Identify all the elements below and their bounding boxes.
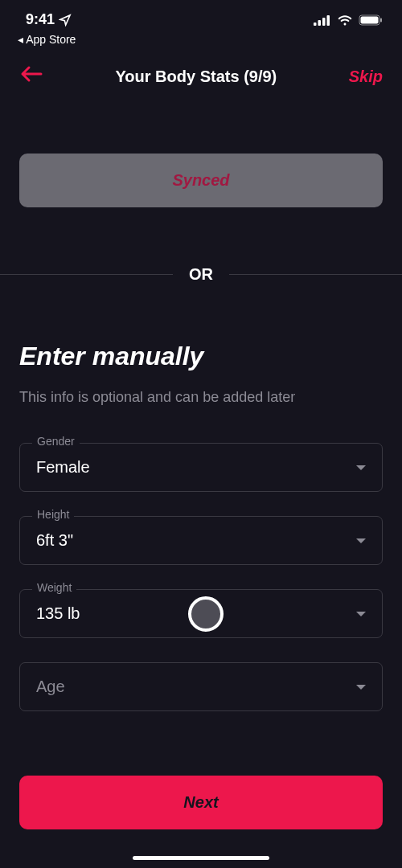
manual-subtext: This info is optional and can be added l… — [0, 371, 402, 406]
header: Your Body Stats (9/9) Skip — [0, 51, 402, 102]
chevron-down-icon — [356, 685, 366, 690]
divider-line-left — [0, 274, 173, 275]
height-select[interactable]: 6ft 3" — [19, 516, 383, 565]
chevron-down-icon — [356, 465, 366, 470]
chevron-down-icon — [356, 538, 366, 543]
svg-rect-6 — [380, 18, 382, 22]
age-select[interactable]: Age — [19, 662, 383, 711]
wifi-icon — [337, 14, 353, 26]
svg-rect-1 — [318, 20, 322, 26]
svg-rect-2 — [322, 18, 326, 26]
synced-button[interactable]: Synced — [19, 154, 383, 207]
height-label: Height — [32, 508, 74, 521]
home-indicator[interactable] — [133, 856, 269, 860]
divider: OR — [0, 265, 402, 284]
back-caret-icon: ◂ — [18, 33, 26, 46]
age-group: Age — [0, 638, 402, 711]
divider-line-right — [229, 274, 402, 275]
back-to-app-store[interactable]: ◂ App Store — [0, 31, 402, 51]
age-placeholder: Age — [36, 678, 65, 696]
skip-button[interactable]: Skip — [349, 68, 383, 86]
arrow-left-icon — [19, 64, 43, 84]
divider-text: OR — [189, 265, 213, 284]
svg-rect-5 — [361, 16, 379, 23]
gender-label: Gender — [32, 435, 80, 448]
weight-label: Weight — [32, 581, 76, 594]
weight-select[interactable]: 135 lb — [19, 589, 383, 638]
status-bar: 9:41 — [0, 0, 402, 31]
loading-spinner-icon — [188, 596, 224, 632]
gender-group: Gender Female — [0, 406, 402, 492]
location-icon — [59, 14, 72, 27]
manual-heading: Enter manually — [0, 284, 402, 371]
weight-group: Weight 135 lb — [0, 565, 402, 638]
status-time-group: 9:41 — [26, 11, 72, 28]
battery-icon — [359, 14, 383, 26]
svg-rect-3 — [327, 15, 330, 26]
status-time: 9:41 — [26, 11, 55, 28]
status-indicators — [314, 14, 383, 26]
cellular-icon — [314, 14, 331, 26]
synced-label: Synced — [172, 171, 229, 189]
next-button[interactable]: Next — [19, 776, 383, 829]
page-title: Your Body Stats (9/9) — [115, 68, 277, 86]
back-button[interactable] — [19, 63, 43, 89]
weight-value: 135 lb — [36, 604, 80, 623]
height-value: 6ft 3" — [36, 531, 73, 550]
gender-select[interactable]: Female — [19, 443, 383, 492]
height-group: Height 6ft 3" — [0, 492, 402, 565]
svg-rect-0 — [314, 23, 317, 26]
next-label: Next — [183, 793, 218, 811]
gender-value: Female — [36, 458, 90, 477]
chevron-down-icon — [356, 612, 366, 616]
